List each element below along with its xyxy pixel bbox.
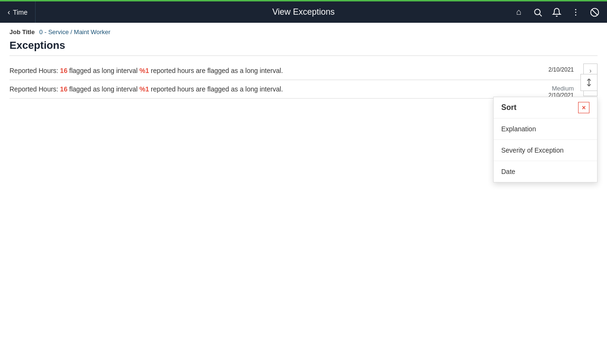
svg-line-6 (592, 9, 598, 15)
text-prefix: Reported Hours: (9, 67, 60, 74)
exception-severity: Medium (549, 85, 574, 92)
sort-dropdown-title: Sort (501, 103, 516, 112)
exception-date: 2/10/2021 (549, 66, 574, 73)
text-end: reported hours are flagged as a long int… (149, 67, 283, 74)
job-title-row: Job Title 0 - Service / Maint Worker (9, 28, 598, 36)
svg-line-1 (540, 14, 542, 16)
svg-point-2 (575, 9, 577, 10)
sort-close-button[interactable]: × (578, 102, 589, 113)
exception-content: Reported Hours: 16 flagged as long inter… (9, 66, 598, 75)
more-icon[interactable] (567, 4, 584, 21)
exception-content: Reported Hours: 16 flagged as long inter… (9, 85, 598, 93)
text-middle: flagged as long interval (67, 67, 139, 74)
back-button[interactable]: ‹ Time (0, 1, 36, 23)
back-arrow-icon: ‹ (8, 8, 10, 17)
bell-icon[interactable] (548, 4, 565, 21)
exceptions-heading: Exceptions (9, 39, 598, 56)
sort-option-severity[interactable]: Severity of Exception (494, 140, 597, 161)
text-prefix: Reported Hours: (9, 85, 60, 93)
exception-meta: 2/10/2021 (549, 66, 574, 73)
job-title-value: 0 - Service / Maint Worker (39, 28, 110, 36)
text-middle: flagged as long interval (67, 85, 139, 93)
sort-dropdown-header: Sort × (494, 97, 597, 118)
highlight-number: 16 (60, 67, 68, 74)
text-suffix-highlight: %1 (139, 85, 149, 93)
text-suffix-highlight: %1 (139, 67, 149, 74)
svg-point-3 (575, 11, 577, 13)
sort-option-explanation[interactable]: Explanation (494, 118, 597, 140)
highlight-number: 16 (60, 85, 68, 93)
sort-option-date[interactable]: Date (494, 161, 597, 182)
exception-text: Reported Hours: 16 flagged as long inter… (9, 85, 283, 93)
back-label: Time (13, 9, 28, 16)
header-icons: ⌂ (510, 4, 607, 21)
block-icon[interactable] (586, 4, 603, 21)
job-title-label: Job Title (9, 28, 35, 36)
svg-point-0 (534, 9, 540, 15)
sort-toggle-area: Sort × Explanation Severity of Exception… (580, 74, 598, 91)
svg-point-4 (575, 14, 577, 16)
exception-row: Reported Hours: 16 flagged as long inter… (9, 80, 598, 99)
sort-toggle-button[interactable] (580, 74, 598, 91)
text-end: reported hours are flagged as a long int… (149, 85, 283, 93)
sort-dropdown: Sort × Explanation Severity of Exception… (493, 97, 598, 182)
header: ‹ Time View Exceptions ⌂ (0, 0, 607, 23)
exception-row: Reported Hours: 16 flagged as long inter… (9, 62, 598, 80)
search-icon[interactable] (529, 4, 546, 21)
main-content: Job Title 0 - Service / Maint Worker Exc… (0, 23, 607, 114)
page-title: View Exceptions (272, 7, 335, 17)
exception-text: Reported Hours: 16 flagged as long inter… (9, 67, 283, 74)
home-icon[interactable]: ⌂ (510, 4, 527, 21)
